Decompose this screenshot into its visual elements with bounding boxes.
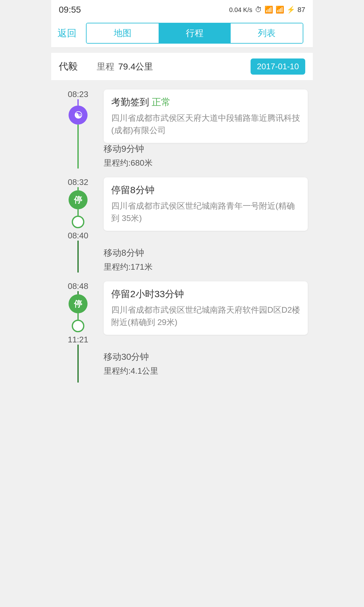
checkin-address: 四川省成都市武侯区天府大道中段辅路靠近腾讯科技(成都)有限公司 <box>111 112 300 137</box>
movement-2-content: 移动8分钟 里程约:171米 <box>99 247 313 273</box>
movement-2-duration: 移动8分钟 <box>104 247 308 259</box>
clock-icon: ⏱ <box>255 6 262 14</box>
date-badge: 2017-01-10 <box>251 58 305 75</box>
stop-2-address: 四川省成都市武侯区世纪城南路天府软件园D区D2楼附近(精确到 29米) <box>111 304 300 328</box>
movement-1-left <box>58 143 99 169</box>
checkin-card: 考勤签到 正常 四川省成都市武侯区天府大道中段辅路靠近腾讯科技(成都)有限公司 <box>104 89 308 143</box>
movement-2-line <box>77 247 79 273</box>
movement-2-left <box>58 247 99 273</box>
stop-2-time-start: 08:48 <box>58 273 99 291</box>
checkin-content: 考勤签到 正常 四川省成都市武侯区天府大道中段辅路靠近腾讯科技(成都)有限公司 <box>99 81 313 143</box>
person-name: 代毅 <box>59 60 78 73</box>
line-above-checkin <box>77 99 79 106</box>
line-below-stop2 <box>77 345 79 351</box>
movement-3-line <box>77 351 79 383</box>
stop-2-left: 08:48 停 11:21 <box>58 273 99 351</box>
tab-list[interactable]: 列表 <box>231 23 303 43</box>
mileage-label: 里程 <box>97 61 114 73</box>
stop-2-event: 08:48 停 11:21 停留2小时33分钟 四川省成都市武侯区世纪城南路天府… <box>51 273 313 351</box>
line-mid-stop1 <box>77 209 79 216</box>
tab-trip[interactable]: 行程 <box>159 23 231 43</box>
movement-1: 移动9分钟 里程约:680米 <box>51 143 313 169</box>
timeline: 08:23 ☯ 考勤签到 正常 四川省成都市武侯区天府大道中段辅路靠近腾讯科技(… <box>51 81 313 395</box>
stop-1-time-end: 08:40 <box>58 228 99 241</box>
checkin-node: ☯ <box>69 106 88 125</box>
movement-1-duration: 移动9分钟 <box>104 143 308 155</box>
wifi-icon: 📶 <box>264 6 273 14</box>
line-mid-stop2 <box>77 313 79 320</box>
movement-3-duration: 移动30分钟 <box>104 351 308 363</box>
checkin-title: 考勤签到 正常 <box>111 96 300 109</box>
stop-1-left: 08:32 停 08:40 <box>58 169 99 247</box>
stop-1-address: 四川省成都市武侯区世纪城南路青年一号附近(精确到 35米) <box>111 200 300 224</box>
stop-1-title: 停留8分钟 <box>111 184 300 197</box>
stop-2-content: 停留2小时33分钟 四川省成都市武侯区世纪城南路天府软件园D区D2楼附近(精确到… <box>99 273 313 351</box>
movement-3: 移动30分钟 里程约:4.1公里 <box>51 351 313 383</box>
movement-3-content: 移动30分钟 里程约:4.1公里 <box>99 351 313 383</box>
movement-3-distance: 里程约:4.1公里 <box>104 365 308 377</box>
speed-indicator: 0.04 K/s <box>229 6 252 14</box>
status-time: 09:55 <box>59 5 81 15</box>
checkin-status: 正常 <box>152 97 171 107</box>
stop-2-node: 停 <box>69 294 88 313</box>
status-right: 0.04 K/s ⏱ 📶 📶 ⚡ 87 <box>229 6 305 14</box>
top-nav: 返回 地图 行程 列表 <box>51 19 313 48</box>
stop-2-card: 停留2小时33分钟 四川省成都市武侯区世纪城南路天府软件园D区D2楼附近(精确到… <box>104 281 308 335</box>
line-below-checkin <box>77 125 79 143</box>
back-button[interactable]: 返回 <box>58 24 83 42</box>
stop-1-node: 停 <box>69 190 88 209</box>
tab-map[interactable]: 地图 <box>87 23 159 43</box>
movement-3-left <box>58 351 99 383</box>
movement-2-distance: 里程约:171米 <box>104 261 308 273</box>
stop-2-title: 停留2小时33分钟 <box>111 288 300 301</box>
movement-1-line <box>77 143 79 169</box>
line-above-stop2 <box>77 291 79 294</box>
movement-1-distance: 里程约:680米 <box>104 157 308 169</box>
checkin-event: 08:23 ☯ 考勤签到 正常 四川省成都市武侯区天府大道中段辅路靠近腾讯科技(… <box>51 81 313 143</box>
checkin-left: 08:23 ☯ <box>58 81 99 143</box>
status-bar: 09:55 0.04 K/s ⏱ 📶 📶 ⚡ 87 <box>51 0 313 19</box>
info-bar: 代毅 里程 79.4公里 2017-01-10 <box>51 53 313 81</box>
fingerprint-icon: ☯ <box>74 110 82 121</box>
stop-2-end-node <box>72 320 84 332</box>
stop-1-content: 停留8分钟 四川省成都市武侯区世纪城南路青年一号附近(精确到 35米) <box>99 169 313 247</box>
stop-1-event: 08:32 停 08:40 停留8分钟 四川省成都市武侯区世纪城南路青年一号附近… <box>51 169 313 247</box>
line-below-stop1 <box>77 241 79 247</box>
checkin-time: 08:23 <box>58 81 99 99</box>
battery-level: 87 <box>298 6 305 14</box>
stop-2-time-end: 11:21 <box>58 332 99 345</box>
signal-icon: 📶 <box>276 6 284 14</box>
charge-icon: ⚡ <box>287 6 295 14</box>
mileage-value: 79.4公里 <box>118 61 153 73</box>
stop-1-time-start: 08:32 <box>58 169 99 187</box>
movement-1-content: 移动9分钟 里程约:680米 <box>99 143 313 169</box>
line-above-stop1 <box>77 187 79 190</box>
tab-group: 地图 行程 列表 <box>86 23 303 44</box>
movement-2: 移动8分钟 里程约:171米 <box>51 247 313 273</box>
stop-1-card: 停留8分钟 四川省成都市武侯区世纪城南路青年一号附近(精确到 35米) <box>104 177 308 231</box>
stop-1-end-node <box>72 216 84 228</box>
